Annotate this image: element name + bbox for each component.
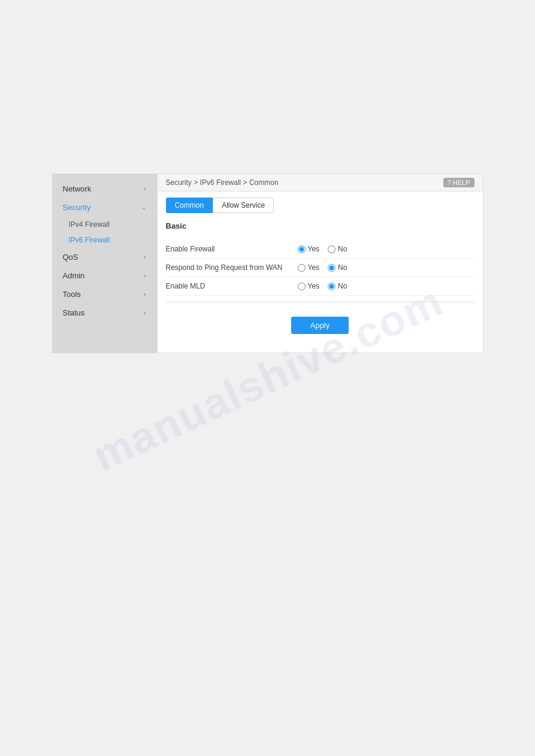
sidebar: Network › Security ⌄ IPv4 Firewall IPv6 … <box>52 174 157 353</box>
enable-firewall-label: Enable Firewall <box>166 245 298 253</box>
breadcrumb-bar: Security > IPv6 Firewall > Common ? HELP <box>158 174 483 192</box>
sidebar-item-admin[interactable]: Admin › <box>52 266 157 285</box>
enable-firewall-no-radio[interactable] <box>328 245 335 253</box>
sidebar-item-qos-label: QoS <box>63 253 78 262</box>
sidebar-item-network-label: Network <box>63 184 92 193</box>
enable-mld-no[interactable]: No <box>328 282 347 290</box>
content-body: Basic Enable Firewall Yes No <box>158 213 483 351</box>
respond-ping-label: Respond to Ping Request from WAN <box>166 263 298 272</box>
sidebar-item-security[interactable]: Security ⌄ <box>52 198 157 217</box>
content-area: Security > IPv6 Firewall > Common ? HELP… <box>157 174 483 353</box>
enable-mld-yes[interactable]: Yes <box>298 282 320 290</box>
sidebar-submenu-security: IPv4 Firewall IPv6 Firewall <box>52 217 157 248</box>
enable-firewall-radio-group: Yes No <box>298 245 347 253</box>
tabs-bar: Common Allow Service <box>158 192 483 213</box>
section-title: Basic <box>166 221 474 233</box>
apply-row: Apply <box>166 308 474 342</box>
respond-ping-no-radio[interactable] <box>328 264 335 272</box>
sidebar-subitem-ipv4-firewall[interactable]: IPv4 Firewall <box>52 217 157 232</box>
chevron-right-icon: › <box>144 291 146 297</box>
enable-firewall-yes-radio[interactable] <box>298 245 306 253</box>
form-row-enable-firewall: Enable Firewall Yes No <box>166 240 474 259</box>
enable-mld-no-radio[interactable] <box>328 283 335 290</box>
sidebar-item-status-label: Status <box>63 308 85 317</box>
form-row-enable-mld: Enable MLD Yes No <box>166 277 474 296</box>
sidebar-item-status[interactable]: Status › <box>52 303 157 322</box>
sidebar-item-admin-label: Admin <box>63 271 85 280</box>
apply-button[interactable]: Apply <box>291 317 349 334</box>
sidebar-item-network[interactable]: Network › <box>52 180 157 198</box>
respond-ping-radio-group: Yes No <box>298 263 347 272</box>
enable-mld-yes-radio[interactable] <box>298 283 306 290</box>
sidebar-item-tools-label: Tools <box>63 290 81 299</box>
sidebar-item-qos[interactable]: QoS › <box>52 248 157 266</box>
sidebar-item-tools[interactable]: Tools › <box>52 285 157 303</box>
main-container: Network › Security ⌄ IPv4 Firewall IPv6 … <box>52 174 483 353</box>
tab-allow-service[interactable]: Allow Service <box>213 198 274 213</box>
form-row-respond-ping: Respond to Ping Request from WAN Yes No <box>166 259 474 277</box>
enable-firewall-yes[interactable]: Yes <box>298 245 320 253</box>
enable-mld-radio-group: Yes No <box>298 282 347 290</box>
chevron-right-icon: › <box>144 186 146 192</box>
respond-ping-yes-radio[interactable] <box>298 264 306 272</box>
sidebar-subitem-ipv6-firewall[interactable]: IPv6 Firewall <box>52 232 157 248</box>
chevron-right-icon: › <box>144 309 146 316</box>
tab-common[interactable]: Common <box>166 198 213 213</box>
help-icon: ? <box>448 179 451 186</box>
divider <box>166 302 474 302</box>
chevron-down-icon: ⌄ <box>141 204 146 211</box>
chevron-right-icon: › <box>144 272 146 279</box>
respond-ping-yes[interactable]: Yes <box>298 263 320 272</box>
help-label: HELP <box>453 179 470 186</box>
respond-ping-no[interactable]: No <box>328 263 347 272</box>
help-button[interactable]: ? HELP <box>443 178 474 187</box>
enable-mld-label: Enable MLD <box>166 282 298 290</box>
sidebar-item-security-label: Security <box>63 203 91 212</box>
enable-firewall-no[interactable]: No <box>328 245 347 253</box>
breadcrumb: Security > IPv6 Firewall > Common <box>166 178 279 187</box>
chevron-right-icon: › <box>144 254 146 260</box>
